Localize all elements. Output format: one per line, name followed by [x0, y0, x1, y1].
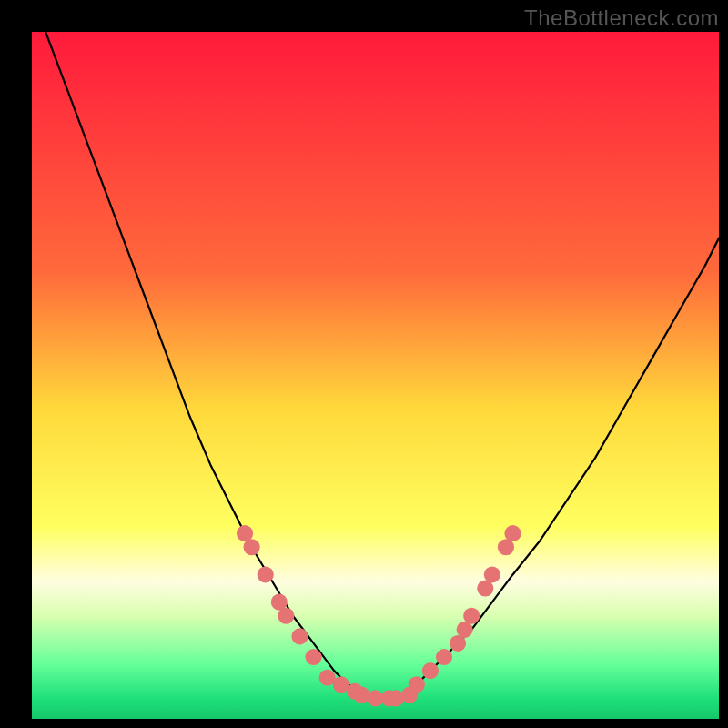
data-point [504, 525, 521, 541]
gradient-background [32, 32, 719, 719]
data-point [463, 608, 480, 624]
data-point [409, 676, 425, 693]
data-point [291, 628, 308, 644]
chart-frame: TheBottleneck.com [0, 0, 728, 728]
data-point [305, 649, 321, 665]
data-point [258, 566, 274, 582]
data-point [278, 608, 294, 624]
plot-area [32, 32, 719, 719]
watermark-text: TheBottleneck.com [524, 5, 719, 31]
data-point [353, 687, 369, 703]
data-point [388, 690, 404, 706]
data-point [484, 566, 500, 582]
data-point [244, 539, 260, 555]
chart-svg [32, 32, 719, 719]
data-point [436, 649, 452, 665]
data-point [422, 662, 439, 679]
